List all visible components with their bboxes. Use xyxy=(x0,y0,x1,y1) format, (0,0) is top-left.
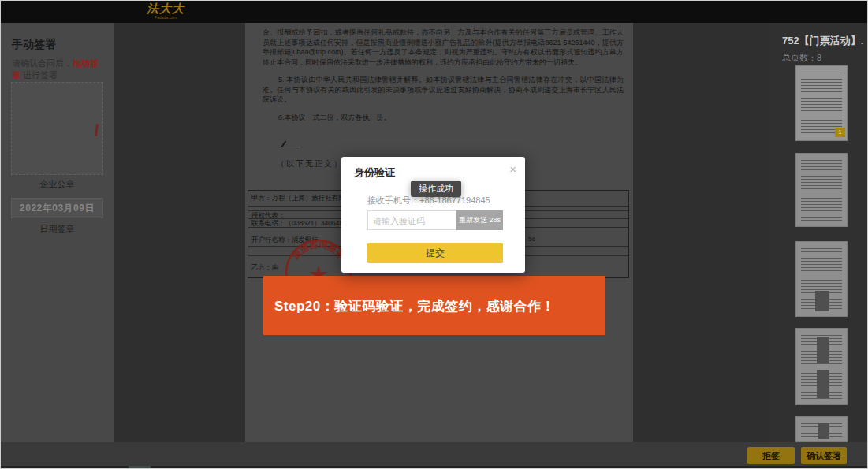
thumbnail-text-lines xyxy=(801,160,842,221)
thumbnail-image-blob xyxy=(815,291,829,311)
reject-sign-button[interactable]: 拒签 xyxy=(747,447,795,464)
logo-text: 法大大 xyxy=(147,2,184,14)
modal-title: 身份验证 xyxy=(354,166,395,180)
verification-code-input[interactable] xyxy=(367,210,456,230)
contract-paragraph: 6.本协议一式二份，双方各执一份。 xyxy=(263,113,624,123)
thumbnail-text-lines xyxy=(801,73,842,136)
signature-mark xyxy=(278,140,299,147)
company-seal-drag-source[interactable] xyxy=(11,82,103,175)
total-pages-label: 总页数： xyxy=(782,53,817,62)
sidebar-title: 手动签署 xyxy=(12,38,56,52)
seal-arc-text: 旅游咨询服务 xyxy=(290,240,347,262)
tutorial-step-text: Step20：验证码验证，完成签约，感谢合作！ xyxy=(274,297,555,315)
identity-verification-modal: 身份验证 × 接收手机号：+86-18677194845 重新发送 28s 提交… xyxy=(341,157,525,273)
page-thumbnail-4[interactable] xyxy=(795,328,848,405)
company-seal-label: 企业公章 xyxy=(11,178,103,190)
fadada-logo: 法大大 Fadada.com xyxy=(147,2,184,20)
taskbar-strip xyxy=(1,466,868,469)
confirm-sign-button[interactable]: 确认签署 xyxy=(801,447,847,464)
taskbar-item xyxy=(129,466,151,469)
thumbnail-image-blob xyxy=(818,423,829,439)
action-footer: 拒签 确认签署 xyxy=(1,442,868,466)
date-stamp-label: 日期签章 xyxy=(11,223,103,235)
logo-caption: Fadada.com xyxy=(147,16,184,20)
close-icon[interactable]: × xyxy=(509,162,516,176)
esign-app-window: 法大大 Fadada.com 手动签署 请确认合同后，拖动签章 进行签署 企业公… xyxy=(0,0,868,469)
success-toast: 操作成功 xyxy=(411,181,461,197)
document-outline-panel: 752【门票活动】... 总页数：8 1 xyxy=(769,23,868,442)
document-title: 752【门票活动】... xyxy=(782,34,864,48)
page-thumbnail-1[interactable]: 1 xyxy=(795,65,848,141)
manual-sign-sidebar: 手动签署 请确认合同后，拖动签章 进行签署 企业公章 2022年03月09日 日… xyxy=(1,23,114,442)
page-thumbnail-3[interactable] xyxy=(795,241,848,317)
verification-code-row: 重新发送 28s xyxy=(367,210,503,230)
submit-button[interactable]: 提交 xyxy=(367,243,503,263)
end-of-text-note: （以下无正文） xyxy=(277,158,343,169)
date-stamp-drag-source[interactable]: 2022年03月09日 xyxy=(11,198,103,218)
contract-body: 金、报酬或给予回扣，或者提供任何礼品或款待，亦不向另一方及与本合作有关的任何第三… xyxy=(263,28,624,130)
instruction-suffix: 进行签署 xyxy=(20,70,58,80)
page-thumbnail-5[interactable] xyxy=(795,416,848,442)
total-pages: 总页数：8 xyxy=(782,52,821,64)
seal-preview-mark xyxy=(95,124,99,136)
contract-paragraph: 5. 本协议由中华人民共和国法律管辖并解释。如本协议管辖法律与主合同管辖法律存在… xyxy=(263,75,624,105)
tutorial-step-banner: Step20：验证码验证，完成签约，感谢合作！ xyxy=(263,276,605,335)
svg-text:旅游咨询服务: 旅游咨询服务 xyxy=(290,240,347,262)
resend-code-button[interactable]: 重新发送 28s xyxy=(456,210,503,230)
total-pages-value: 8 xyxy=(817,53,821,62)
thumbnail-image-blob xyxy=(817,337,829,363)
table-number-fragment: 56 xyxy=(528,236,535,243)
current-page-badge: 1 xyxy=(835,128,845,137)
contract-paragraph: 金、报酬或给予回扣，或者提供任何礼品或款待，亦不向另一方及与本合作有关的任何第三… xyxy=(263,28,624,67)
sign-instruction: 请确认合同后，拖动签章 进行签署 xyxy=(12,58,105,81)
top-bar: 法大大 Fadada.com xyxy=(1,1,868,23)
instruction-prefix: 请确认合同后， xyxy=(12,58,73,68)
thumbnail-image-blob xyxy=(817,370,829,398)
page-thumbnail-2[interactable] xyxy=(795,153,848,227)
